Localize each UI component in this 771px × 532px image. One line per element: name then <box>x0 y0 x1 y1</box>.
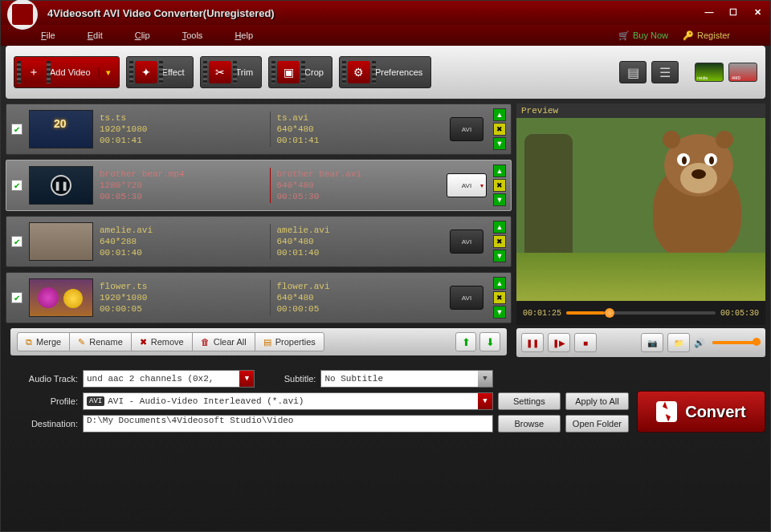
apply-all-button[interactable]: Apply to All <box>565 392 629 410</box>
output-meta: ts.avi640*48000:01:41 <box>277 112 441 146</box>
move-down-icon[interactable]: ▼ <box>493 137 506 150</box>
toolbar: ＋ Add Video ▾ ✦Effect ✂Trim ▣Crop ⚙Prefe… <box>6 46 765 99</box>
profile-select[interactable]: AVI AVI - Audio-Video Interleaved (*.avi… <box>83 392 493 410</box>
audio-track-select[interactable]: und aac 2 channels (0x2,▼ <box>83 370 255 388</box>
move-down-icon[interactable]: ▼ <box>493 306 506 319</box>
menu-clip[interactable]: Clip <box>135 30 150 40</box>
file-row[interactable]: ✔ ts.ts1920*108000:01:41 ts.avi640*48000… <box>6 104 512 155</box>
volume-slider[interactable] <box>712 341 761 344</box>
chevron-down-icon: ▼ <box>478 371 492 387</box>
format-button[interactable]: AVI <box>450 286 483 310</box>
menu-tools[interactable]: Tools <box>182 30 203 40</box>
row-checkbox[interactable]: ✔ <box>11 180 22 191</box>
snapshot-folder-button[interactable]: 📁 <box>667 333 690 352</box>
remove-button[interactable]: ✖Remove <box>131 332 193 351</box>
buy-now-link[interactable]: 🛒Buy Now <box>618 30 668 41</box>
key-icon: 🔑 <box>683 30 694 41</box>
add-video-button[interactable]: ＋ Add Video ▾ <box>14 56 120 88</box>
file-list: ✔ ts.ts1920*108000:01:41 ts.avi640*48000… <box>6 104 512 360</box>
stop-button[interactable]: ■ <box>574 333 597 352</box>
rename-button[interactable]: ✎Rename <box>69 332 132 351</box>
amd-badge-icon <box>728 63 757 82</box>
preview-screen[interactable] <box>516 118 765 301</box>
row-checkbox[interactable]: ✔ <box>11 292 22 303</box>
preview-controls: ❚❚ ❚▶ ■ 📷 📁 🔊 <box>516 328 765 357</box>
merge-button[interactable]: ⧉Merge <box>17 332 70 351</box>
view-icons-button[interactable]: ▤ <box>619 61 647 83</box>
remove-row-icon[interactable]: ✖ <box>493 123 506 136</box>
list-move-down-button[interactable]: ⬇ <box>479 332 500 351</box>
maximize-button[interactable]: ☐ <box>727 6 740 19</box>
nvidia-badge-icon <box>695 63 724 82</box>
remove-row-icon[interactable]: ✖ <box>493 235 506 248</box>
browse-button[interactable]: Browse <box>498 415 561 433</box>
output-meta: flower.avi640*48000:00:05 <box>277 281 441 315</box>
volume-icon[interactable]: 🔊 <box>694 338 705 348</box>
trim-button[interactable]: ✂Trim <box>200 56 263 88</box>
convert-icon <box>656 401 677 422</box>
chevron-down-icon: ▼ <box>239 371 254 387</box>
add-video-dropdown-icon[interactable]: ▾ <box>99 67 111 78</box>
move-down-icon[interactable]: ▼ <box>493 250 506 262</box>
time-total: 00:05:30 <box>720 309 759 318</box>
move-up-icon[interactable]: ▲ <box>493 221 506 234</box>
window-title: 4Videosoft AVI Video Converter(Unregiste… <box>47 7 703 19</box>
subtitle-label: Subtitle: <box>259 374 316 384</box>
time-current: 00:01:25 <box>523 309 561 318</box>
preview-image <box>645 134 749 262</box>
crop-button[interactable]: ▣Crop <box>268 56 332 88</box>
snapshot-button[interactable]: 📷 <box>641 333 663 352</box>
settings-button[interactable]: Settings <box>498 392 561 410</box>
view-list-button[interactable]: ☰ <box>651 61 679 83</box>
preferences-button[interactable]: ⚙Preferences <box>339 56 431 88</box>
convert-button[interactable]: Convert <box>637 391 765 433</box>
menu-file[interactable]: File <box>41 30 55 40</box>
open-folder-button[interactable]: Open Folder <box>565 415 629 433</box>
subtitle-select[interactable]: No Subtitle▼ <box>320 370 492 388</box>
move-up-icon[interactable]: ▲ <box>493 108 506 121</box>
format-button[interactable]: AVI <box>450 117 483 141</box>
move-up-icon[interactable]: ▲ <box>493 277 506 290</box>
clear-all-button[interactable]: 🗑Clear All <box>192 332 255 351</box>
row-checkbox[interactable]: ✔ <box>11 124 22 135</box>
minimize-button[interactable]: — <box>703 6 716 19</box>
menu-help[interactable]: Help <box>235 30 253 40</box>
source-meta: brother bear.mp41280*72000:05:30 <box>100 169 263 202</box>
step-button[interactable]: ❚▶ <box>548 333 570 352</box>
sparkle-icon: ✦ <box>135 61 157 83</box>
move-up-icon[interactable]: ▲ <box>493 164 506 177</box>
seek-slider[interactable] <box>566 311 716 315</box>
thumbnail[interactable]: ❚❚ <box>29 166 93 205</box>
thumbnail[interactable] <box>29 110 93 148</box>
thumbnail[interactable] <box>29 278 93 317</box>
destination-label: Destination: <box>6 419 78 428</box>
move-down-icon[interactable]: ▼ <box>493 193 506 206</box>
row-checkbox[interactable]: ✔ <box>11 236 22 247</box>
menubar: File Edit Clip Tools Help 🛒Buy Now 🔑Regi… <box>1 25 770 46</box>
pause-button[interactable]: ❚❚ <box>521 333 544 352</box>
register-link[interactable]: 🔑Register <box>683 30 730 41</box>
source-meta: ts.ts1920*108000:01:41 <box>100 112 263 146</box>
chevron-down-icon: ▼ <box>478 393 492 409</box>
thumbnail[interactable] <box>29 222 93 261</box>
crop-icon: ▣ <box>277 61 300 83</box>
preview-label: Preview <box>516 104 765 118</box>
file-row[interactable]: ✔ ❚❚ brother bear.mp41280*72000:05:30 br… <box>6 160 512 211</box>
remove-row-icon[interactable]: ✖ <box>493 291 506 304</box>
menu-edit[interactable]: Edit <box>88 30 103 40</box>
file-row[interactable]: ✔ amelie.avi640*28800:01:40 amelie.avi64… <box>6 216 512 267</box>
file-row[interactable]: ✔ flower.ts1920*108000:00:05 flower.avi6… <box>6 272 512 323</box>
destination-input[interactable]: D:\My Documents\4Videosoft Studio\Video <box>83 415 493 433</box>
format-button[interactable]: AVI <box>450 229 483 254</box>
close-button[interactable]: ✕ <box>751 6 764 19</box>
remove-row-icon[interactable]: ✖ <box>493 179 506 192</box>
pencil-icon: ✎ <box>78 337 85 347</box>
format-button[interactable]: AVI <box>447 173 487 197</box>
output-meta: brother bear.avi640*48000:05:30 <box>277 169 441 202</box>
effect-button[interactable]: ✦Effect <box>126 56 194 88</box>
preview-panel: Preview 00:01:25 00:05:30 ❚❚ <box>516 104 765 360</box>
app-logo-icon <box>7 0 38 30</box>
trash-icon: 🗑 <box>201 337 210 347</box>
list-move-up-button[interactable]: ⬆ <box>455 332 476 351</box>
properties-button[interactable]: ▤Properties <box>255 332 324 351</box>
